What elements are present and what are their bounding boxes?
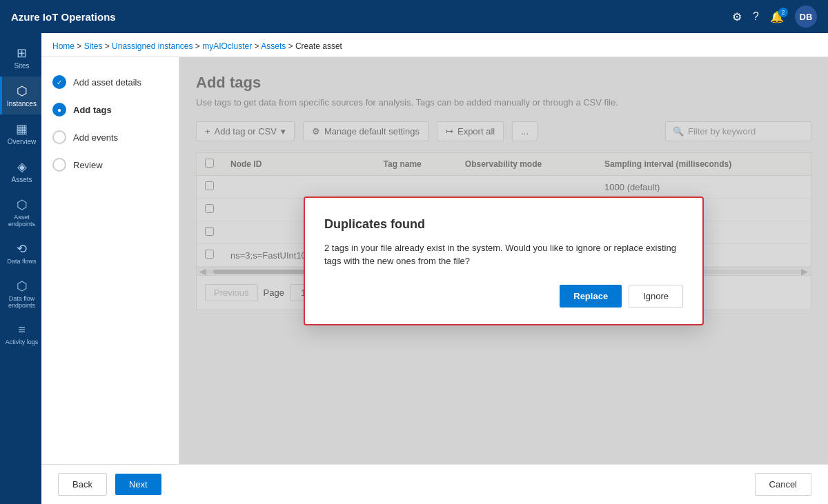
- dialog-body: 2 tags in your file already exist in the…: [324, 241, 683, 268]
- nav-item-review[interactable]: Review: [41, 151, 179, 179]
- sidebar-label-data-flow-endpoints: Data flow endpoints: [5, 295, 39, 309]
- nav-circle-review: [52, 158, 66, 172]
- assets-icon: ◈: [17, 159, 27, 174]
- breadcrumb-sites[interactable]: Sites: [84, 41, 103, 51]
- app-title: Azure IoT Operations: [11, 11, 732, 23]
- content-area: Home > Sites > Unassigned instances > my…: [41, 33, 828, 504]
- next-button-bar[interactable]: Next: [115, 474, 161, 495]
- sidebar-item-assets[interactable]: ◈ Assets: [0, 152, 41, 190]
- ignore-button[interactable]: Ignore: [629, 285, 683, 308]
- sites-icon: ⊞: [17, 46, 27, 61]
- breadcrumb-assets[interactable]: Assets: [261, 41, 286, 51]
- breadcrumb-cluster[interactable]: myAIOcluster: [202, 41, 252, 51]
- breadcrumb-home[interactable]: Home: [52, 41, 75, 51]
- breadcrumb: Home > Sites > Unassigned instances > my…: [41, 33, 828, 57]
- activity-logs-icon: ≡: [18, 323, 26, 337]
- main-layout: ⊞ Sites ⬡ Instances ▦ Overview ◈ Assets …: [0, 33, 828, 504]
- nav-circle-add-tags: ●: [52, 103, 66, 117]
- data-flow-endpoints-icon: ⬡: [17, 279, 28, 294]
- page-content: Add tags Use tags to get data from speci…: [179, 57, 828, 464]
- sidebar-label-overview: Overview: [8, 138, 37, 145]
- sidebar-item-data-flows[interactable]: ⟲ Data flows: [0, 234, 41, 272]
- bell-icon[interactable]: 🔔 2: [770, 10, 784, 23]
- nav-circle-add-asset-details: ✓: [52, 75, 66, 89]
- sidebar-label-instances: Instances: [7, 100, 37, 108]
- sidebar-label-assets: Assets: [11, 176, 32, 183]
- instances-icon: ⬡: [17, 83, 28, 99]
- sidebar-label-data-flows: Data flows: [7, 258, 36, 265]
- sidebar: ⊞ Sites ⬡ Instances ▦ Overview ◈ Assets …: [0, 33, 41, 504]
- sidebar-item-instances[interactable]: ⬡ Instances: [0, 77, 41, 114]
- back-button[interactable]: Back: [58, 473, 107, 496]
- nav-label-add-events: Add events: [73, 132, 118, 143]
- action-bar: Back Next Cancel: [41, 464, 828, 504]
- nav-item-add-events[interactable]: Add events: [41, 123, 179, 151]
- dialog-actions: Replace Ignore: [324, 285, 683, 308]
- topbar-icons: ⚙ ? 🔔 2 DB: [732, 6, 817, 28]
- sidebar-item-activity-logs[interactable]: ≡ Activity logs: [0, 316, 41, 352]
- breadcrumb-unassigned[interactable]: Unassigned instances: [112, 41, 193, 51]
- data-flows-icon: ⟲: [17, 241, 27, 256]
- duplicates-dialog: Duplicates found 2 tags in your file alr…: [304, 196, 704, 325]
- topbar: Azure IoT Operations ⚙ ? 🔔 2 DB: [0, 0, 828, 33]
- sidebar-item-data-flow-endpoints[interactable]: ⬡ Data flow endpoints: [0, 272, 41, 316]
- nav-label-add-tags: Add tags: [73, 105, 112, 115]
- nav-item-add-asset-details[interactable]: ✓ Add asset details: [41, 68, 179, 96]
- sidebar-label-activity-logs: Activity logs: [6, 339, 39, 345]
- nav-item-add-tags[interactable]: ● Add tags: [41, 96, 179, 123]
- notification-badge: 2: [778, 8, 788, 17]
- breadcrumb-current: Create asset: [295, 41, 342, 51]
- sidebar-label-asset-endpoints: Asset endpoints: [5, 214, 39, 228]
- nav-label-add-asset-details: Add asset details: [73, 77, 141, 88]
- sidebar-item-overview[interactable]: ▦ Overview: [0, 114, 41, 152]
- sidebar-item-sites[interactable]: ⊞ Sites: [0, 39, 41, 77]
- cancel-button[interactable]: Cancel: [755, 473, 811, 496]
- settings-icon[interactable]: ⚙: [732, 10, 742, 23]
- inner-layout: ✓ Add asset details ● Add tags Add event…: [41, 57, 828, 464]
- replace-button[interactable]: Replace: [560, 285, 622, 308]
- sidebar-item-asset-endpoints[interactable]: ⬡ Asset endpoints: [0, 190, 41, 234]
- nav-circle-add-events: [52, 130, 66, 144]
- avatar[interactable]: DB: [795, 6, 817, 28]
- left-nav: ✓ Add asset details ● Add tags Add event…: [41, 57, 179, 464]
- nav-label-review: Review: [73, 160, 103, 170]
- modal-overlay: Duplicates found 2 tags in your file alr…: [179, 57, 828, 464]
- asset-endpoints-icon: ⬡: [17, 197, 28, 212]
- overview-icon: ▦: [16, 121, 28, 137]
- sidebar-label-sites: Sites: [14, 62, 29, 70]
- dialog-title: Duplicates found: [324, 217, 683, 232]
- help-icon[interactable]: ?: [753, 10, 759, 23]
